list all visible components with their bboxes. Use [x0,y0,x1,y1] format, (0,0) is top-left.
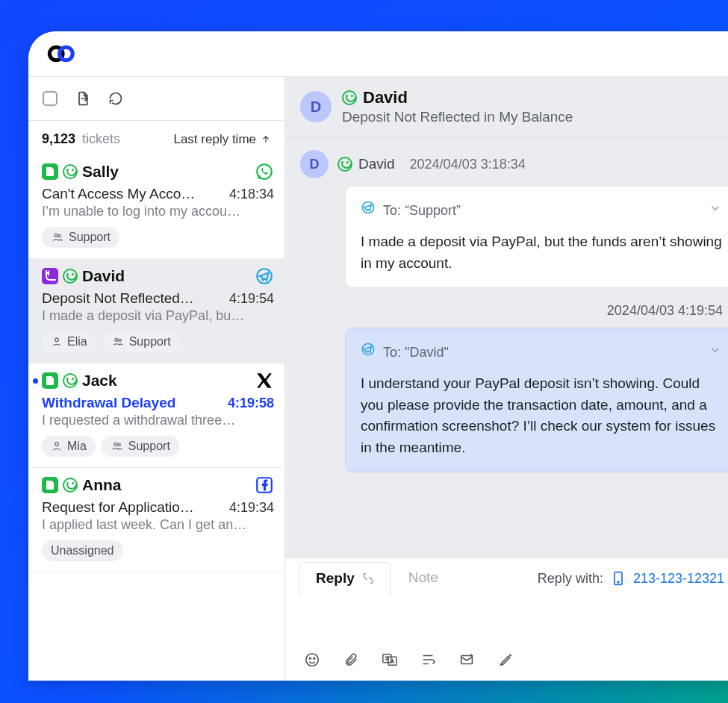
svg-point-9 [55,443,59,446]
doc-badge-icon [42,372,58,389]
refresh-icon[interactable] [108,90,124,107]
svg-point-7 [115,338,118,341]
svg-point-8 [119,339,121,341]
svg-point-18 [309,657,311,659]
chevron-down-icon[interactable] [709,201,722,221]
assignee-chip[interactable]: Unassigned [42,540,123,561]
avatar: D [300,150,329,178]
topbar [28,31,728,76]
ticket-count-label: tickets [82,131,120,146]
chip-label: Unassigned [51,544,114,557]
message-body: I understand your PayPal deposit isn’t s… [361,373,722,458]
ticket-subject: Withdrawal Delayed [42,395,220,411]
svg-point-17 [306,654,319,666]
logo-icon [46,43,79,65]
telegram-icon [361,200,376,221]
facebook-icon [255,475,274,495]
attach-icon[interactable] [342,651,360,669]
svg-point-11 [118,443,120,446]
chip-label: Support [128,440,170,453]
mood-icon [63,164,78,179]
to-line[interactable]: To: “Support” [361,200,722,221]
tab-reply[interactable]: Reply [299,562,391,596]
ticket-subject: Can't Access My Acco… [42,186,222,202]
svg-point-3 [55,234,57,237]
message-bubble: To: “Support” I made a deposit via PayPa… [345,186,728,288]
svg-point-16 [617,581,619,583]
ticket-count: 9,123 [42,131,75,146]
to-text: To: "David" [383,343,449,363]
tab-reply-label: Reply [316,570,355,587]
ticket-name: David [82,267,125,285]
reply-bubble: To: "David" I understand your PayPal dep… [345,328,728,472]
svg-point-19 [314,657,315,659]
expand-icon[interactable] [362,572,374,584]
ticket-item[interactable]: SallyCan't Access My Acco…4:18:34I’m una… [28,154,284,259]
sort-control[interactable]: Last reply time [173,132,271,147]
reply-with-label: Reply with: [538,571,603,587]
doc-badge-icon [42,477,58,493]
export-icon[interactable] [75,90,91,107]
conversation-header: D David Deposit Not Reflected in My Bala… [285,76,728,138]
reply-with[interactable]: Reply with: 213-123-12321 [538,571,724,587]
unread-dot [33,378,38,384]
conversation-subject: Deposit Not Reflected in My Balance [342,109,573,125]
ticket-item[interactable]: AnnaRequest for Applicatio…4:19:34I appl… [28,468,284,572]
ticket-item[interactable]: DavidDeposit Not Reflected…4:19:54I made… [28,259,284,363]
ticket-preview: I requested a withdrawal three… [42,413,274,428]
ticket-time: 4:19:58 [228,396,274,411]
avatar: D [300,91,332,122]
ticket-name: Sally [82,163,119,181]
chip-label: Support [69,231,111,244]
ticket-list: SallyCan't Access My Acco…4:18:34I’m una… [28,154,284,681]
ticket-time: 4:19:34 [229,500,274,516]
sidebar-header: 9,123 tickets Last reply time [28,121,284,154]
assignee-chip[interactable]: Support [102,331,180,352]
translate-icon[interactable] [381,651,399,669]
chip-label: Elia [67,335,87,349]
mood-icon [342,90,357,105]
chevron-down-icon[interactable] [709,343,722,363]
to-text: To: “Support” [383,201,461,221]
telegram-icon [255,266,274,286]
whatsapp-icon [255,162,274,181]
ticket-item[interactable]: JackWithdrawal Delayed4:19:58I requested… [28,363,284,468]
assignee-chip[interactable]: Elia [42,331,96,352]
mood-icon [63,373,78,388]
arrow-up-icon [261,134,271,145]
assignee-chip[interactable]: Support [42,227,119,248]
composer-toolbar [285,639,728,681]
template-icon[interactable] [420,651,438,669]
ticket-time: 4:18:34 [229,187,274,202]
tab-note[interactable]: Note [391,561,455,596]
svg-point-6 [55,338,59,342]
ticket-name: Anna [82,476,122,494]
message-body: I made a deposit via PayPal, but the fun… [361,231,722,274]
assignee-chip[interactable]: Support [102,436,179,457]
select-all-checkbox[interactable] [42,90,58,107]
ticket-subject: Request for Applicatio… [42,499,222,516]
contact-name: David [363,88,408,107]
svg-point-10 [114,443,117,446]
emoji-icon[interactable] [303,651,321,669]
conversation-pane: D David Deposit Not Reflected in My Bala… [285,76,728,681]
message-timestamp: 2024/04/03 3:18:34 [410,157,526,172]
message-thread: DDavid2024/04/03 3:18:34To: “Support” I … [285,138,728,557]
message-from: David [358,156,395,172]
ai-mail-icon[interactable] [458,651,476,669]
message-meta: DDavid2024/04/03 3:18:34 [300,150,728,178]
telegram-icon [361,342,376,363]
ticket-time: 4:19:54 [229,291,274,307]
phone-icon [611,571,626,586]
composer-tabs: Reply Note Reply with: 213-123-12321 [285,558,728,599]
sidebar-toolbar [28,76,284,121]
mood-icon [337,157,352,172]
to-line[interactable]: To: "David" [361,342,722,363]
ticket-preview: I applied last week. Can I get an… [42,517,274,533]
assignee-chip[interactable]: Mia [42,436,96,457]
composer: Reply Note Reply with: 213-123-12321 [285,557,728,681]
reply-with-number: 213-123-12321 [633,571,724,587]
chip-label: Support [129,335,171,349]
ticket-preview: I’m unable to log into my accou… [42,204,274,219]
ai-write-icon[interactable] [497,651,515,669]
